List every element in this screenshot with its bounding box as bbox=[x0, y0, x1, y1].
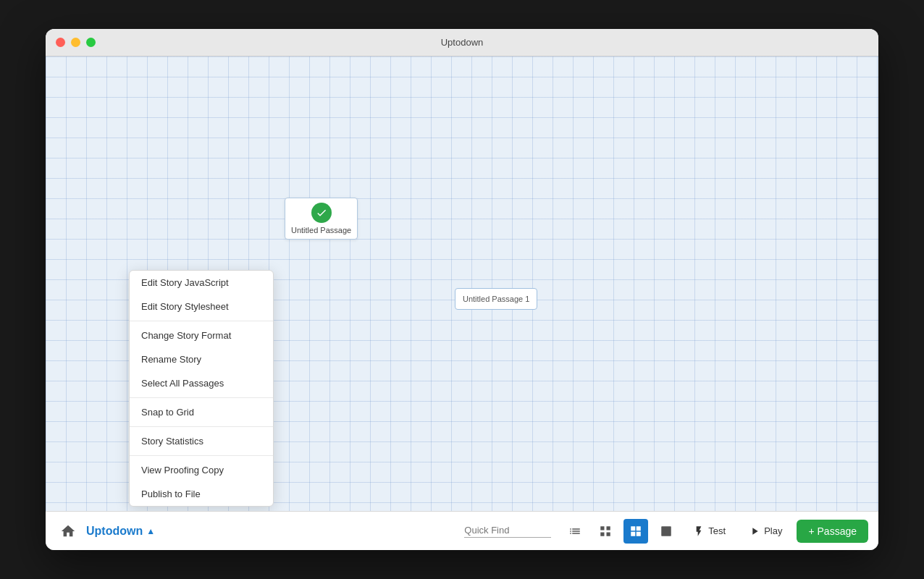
zoom-button[interactable] bbox=[654, 519, 679, 544]
app-window: Uptodown Untitled Passage Untitled Passa… bbox=[46, 29, 878, 550]
traffic-lights bbox=[56, 38, 96, 47]
minimize-button[interactable] bbox=[71, 38, 80, 47]
grid-large-button[interactable] bbox=[623, 519, 648, 544]
home-button[interactable] bbox=[56, 519, 80, 544]
bottom-toolbar: Uptodown ▲ bbox=[46, 511, 878, 550]
play-label: Play bbox=[764, 525, 782, 536]
main-area: Untitled Passage Untitled Passage 1 Edit… bbox=[46, 56, 878, 550]
menu-item-statistics[interactable]: Story Statistics bbox=[130, 429, 273, 453]
menu-divider-3 bbox=[130, 426, 273, 427]
quick-find-container bbox=[464, 525, 551, 538]
grid-large-icon bbox=[629, 525, 642, 538]
menu-item-proofing[interactable]: View Proofing Copy bbox=[130, 458, 273, 482]
menu-item-rename[interactable]: Rename Story bbox=[130, 347, 273, 371]
passage-node-start[interactable]: Untitled Passage bbox=[285, 198, 358, 240]
titlebar: Uptodown bbox=[46, 29, 878, 56]
window-title: Uptodown bbox=[441, 37, 484, 48]
caret-icon: ▲ bbox=[146, 526, 155, 536]
menu-item-change-format[interactable]: Change Story Format bbox=[130, 324, 273, 347]
close-button[interactable] bbox=[56, 38, 65, 47]
start-passage-icon bbox=[311, 203, 332, 223]
home-icon bbox=[60, 523, 76, 539]
test-label: Test bbox=[708, 525, 726, 536]
story-canvas[interactable]: Untitled Passage Untitled Passage 1 Edit… bbox=[46, 56, 878, 511]
story-name-button[interactable]: Uptodown ▲ bbox=[86, 525, 155, 538]
menu-item-snap-grid[interactable]: Snap to Grid bbox=[130, 400, 273, 424]
menu-item-publish[interactable]: Publish to File bbox=[130, 482, 273, 506]
add-passage-button[interactable]: + Passage bbox=[797, 520, 868, 543]
context-menu: Edit Story JavaScript Edit Story Stylesh… bbox=[129, 270, 274, 507]
maximize-button[interactable] bbox=[86, 38, 96, 47]
square-icon bbox=[660, 525, 673, 538]
story-name-label: Uptodown bbox=[86, 525, 143, 538]
menu-divider-1 bbox=[130, 321, 273, 321]
menu-item-select-all[interactable]: Select All Passages bbox=[130, 371, 273, 395]
menu-divider-2 bbox=[130, 397, 273, 398]
add-passage-label: + Passage bbox=[808, 525, 857, 537]
grid-small-icon bbox=[599, 525, 612, 538]
svg-rect-0 bbox=[662, 526, 672, 536]
menu-item-edit-js[interactable]: Edit Story JavaScript bbox=[130, 271, 273, 295]
passage-node-label: Untitled Passage bbox=[291, 226, 351, 234]
test-button[interactable]: Test bbox=[684, 521, 734, 541]
checkmark-icon bbox=[316, 207, 327, 219]
test-icon bbox=[693, 525, 705, 537]
play-icon bbox=[749, 525, 760, 537]
list-view-button[interactable] bbox=[563, 519, 587, 544]
menu-item-edit-css[interactable]: Edit Story Stylesheet bbox=[130, 295, 273, 318]
play-button[interactable]: Play bbox=[740, 521, 791, 541]
list-icon bbox=[568, 525, 581, 538]
passage-node-label-2: Untitled Passage 1 bbox=[463, 295, 529, 303]
menu-divider-4 bbox=[130, 455, 273, 456]
passage-node-plain[interactable]: Untitled Passage 1 bbox=[455, 288, 537, 310]
quick-find-input[interactable] bbox=[464, 525, 551, 536]
grid-small-button[interactable] bbox=[593, 519, 618, 544]
